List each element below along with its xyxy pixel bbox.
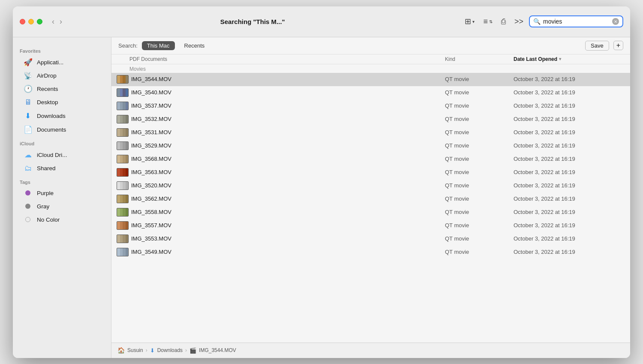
search-box[interactable]: 🔍 movies ✕ xyxy=(529,15,623,27)
sidebar-item-airdrop[interactable]: 📡 AirDrop xyxy=(16,69,108,82)
gray-tag-dot xyxy=(23,202,33,211)
file-name: IMG_3557.MOV xyxy=(131,222,445,229)
share-icon: ⎙ xyxy=(501,17,506,26)
share-button[interactable]: ⎙ xyxy=(500,16,507,27)
file-thumbnail xyxy=(117,195,129,203)
search-label: Search: xyxy=(118,42,138,49)
file-thumbnail xyxy=(117,88,129,97)
view-options-button[interactable]: ⊞ ▾ xyxy=(463,15,476,27)
file-kind: QT movie xyxy=(445,116,514,122)
table-row[interactable]: IMG_3520.MOVQT movieOctober 3, 2022 at 1… xyxy=(111,179,630,193)
list-icon: ≡ xyxy=(483,17,488,26)
file-date: October 3, 2022 at 16:19 xyxy=(514,182,625,189)
sidebar-item-downloads[interactable]: ⬇ Downloads xyxy=(16,109,108,123)
finder-window: ‹ › Searching "This M..." ⊞ ▾ ≡ ⇅ ⎙ >> 🔍… xyxy=(13,6,630,358)
scope-this-mac-button[interactable]: This Mac xyxy=(142,41,175,50)
status-folder: Downloads xyxy=(157,347,183,353)
sidebar-item-label: Documents xyxy=(37,126,66,133)
sidebar-item-no-color[interactable]: No Color xyxy=(16,214,108,226)
col-header-name[interactable]: PDF Documents xyxy=(117,56,445,62)
table-row[interactable]: IMG_3544.MOVQT movieOctober 3, 2022 at 1… xyxy=(111,73,630,86)
search-input[interactable]: movies xyxy=(543,18,610,25)
file-name: IMG_3531.MOV xyxy=(131,129,445,135)
file-date: October 3, 2022 at 16:19 xyxy=(514,116,625,122)
add-criteria-button[interactable]: + xyxy=(613,41,623,50)
applications-icon: 🚀 xyxy=(23,58,33,67)
sort-icon: ⇅ xyxy=(489,19,493,24)
tags-label: Tags xyxy=(13,175,111,187)
status-sep-1: › xyxy=(146,347,147,353)
save-button[interactable]: Save xyxy=(585,41,609,51)
toolbar-title: Searching "This M..." xyxy=(46,18,459,25)
section-header-movies: Movies xyxy=(111,64,630,73)
minimize-button[interactable] xyxy=(28,19,34,24)
col-header-kind[interactable]: Kind xyxy=(445,56,514,62)
file-kind: QT movie xyxy=(445,235,514,242)
col-header-date[interactable]: Date Last Opened ▾ xyxy=(514,56,625,62)
toolbar-icons: ⊞ ▾ ≡ ⇅ ⎙ >> xyxy=(463,15,525,27)
file-name: IMG_3558.MOV xyxy=(131,209,445,215)
sidebar: Favorites 🚀 Applicati... 📡 AirDrop 🕐 Rec… xyxy=(13,37,111,358)
file-name: IMG_3537.MOV xyxy=(131,102,445,109)
file-date: October 3, 2022 at 16:19 xyxy=(514,222,625,229)
file-kind: QT movie xyxy=(445,142,514,149)
sidebar-item-icloud-drive[interactable]: ☁ iCloud Dri... xyxy=(16,148,108,162)
more-button[interactable]: >> xyxy=(513,16,525,27)
file-date: October 3, 2022 at 16:19 xyxy=(514,169,625,175)
search-icon: 🔍 xyxy=(533,18,541,25)
documents-icon: 📄 xyxy=(23,125,33,134)
list-sort-button[interactable]: ≡ ⇅ xyxy=(482,16,494,27)
file-thumbnail xyxy=(117,248,129,256)
zoom-button[interactable] xyxy=(37,19,42,24)
icloud-icon: ☁ xyxy=(23,150,33,159)
table-row[interactable]: IMG_3531.MOVQT movieOctober 3, 2022 at 1… xyxy=(111,126,630,139)
file-date: October 3, 2022 at 16:19 xyxy=(514,235,625,242)
file-name: IMG_3520.MOV xyxy=(131,182,445,189)
table-row[interactable]: IMG_3557.MOVQT movieOctober 3, 2022 at 1… xyxy=(111,219,630,232)
sidebar-item-applications[interactable]: 🚀 Applicati... xyxy=(16,56,108,69)
file-thumbnail xyxy=(117,208,129,217)
file-kind: QT movie xyxy=(445,222,514,229)
table-row[interactable]: IMG_3553.MOVQT movieOctober 3, 2022 at 1… xyxy=(111,232,630,246)
file-list: IMG_3544.MOVQT movieOctober 3, 2022 at 1… xyxy=(111,73,630,343)
sidebar-item-label: Purple xyxy=(37,190,54,196)
table-row[interactable]: IMG_3540.MOVQT movieOctober 3, 2022 at 1… xyxy=(111,86,630,99)
table-row[interactable]: IMG_3558.MOVQT movieOctober 3, 2022 at 1… xyxy=(111,206,630,219)
sidebar-item-desktop[interactable]: 🖥 Desktop xyxy=(16,96,108,109)
file-date: October 3, 2022 at 16:19 xyxy=(514,89,625,96)
file-name: IMG_3563.MOV xyxy=(131,169,445,175)
sidebar-item-documents[interactable]: 📄 Documents xyxy=(16,123,108,136)
table-row[interactable]: IMG_3568.MOVQT movieOctober 3, 2022 at 1… xyxy=(111,153,630,166)
table-row[interactable]: IMG_3532.MOVQT movieOctober 3, 2022 at 1… xyxy=(111,113,630,126)
content-area: Search: This Mac Recents Save + PDF Docu… xyxy=(111,37,630,358)
sidebar-item-label: Downloads xyxy=(37,113,66,119)
file-name: IMG_3529.MOV xyxy=(131,142,445,149)
user-icon: 🏠 xyxy=(117,347,125,354)
table-row[interactable]: IMG_3549.MOVQT movieOctober 3, 2022 at 1… xyxy=(111,246,630,259)
sidebar-item-shared[interactable]: 🗂 Shared xyxy=(16,162,108,175)
table-row[interactable]: IMG_3562.MOVQT movieOctober 3, 2022 at 1… xyxy=(111,193,630,206)
file-name: IMG_3553.MOV xyxy=(131,235,445,242)
file-kind: QT movie xyxy=(445,89,514,96)
sidebar-item-label: No Color xyxy=(37,217,60,223)
sidebar-item-purple[interactable]: Purple xyxy=(16,187,108,200)
file-kind: QT movie xyxy=(445,249,514,255)
file-name: IMG_3549.MOV xyxy=(131,249,445,255)
sidebar-item-gray[interactable]: Gray xyxy=(16,200,108,213)
table-row[interactable]: IMG_3529.MOVQT movieOctober 3, 2022 at 1… xyxy=(111,139,630,153)
column-headers: PDF Documents Kind Date Last Opened ▾ xyxy=(111,54,630,64)
file-name: IMG_3532.MOV xyxy=(131,116,445,122)
file-kind: QT movie xyxy=(445,182,514,189)
sidebar-item-recents[interactable]: 🕐 Recents xyxy=(16,82,108,96)
downloads-status-icon: ⬇ xyxy=(150,347,155,354)
file-kind: QT movie xyxy=(445,169,514,175)
table-row[interactable]: IMG_3537.MOVQT movieOctober 3, 2022 at 1… xyxy=(111,99,630,113)
file-thumbnail xyxy=(117,181,129,190)
file-date: October 3, 2022 at 16:19 xyxy=(514,196,625,202)
table-row[interactable]: IMG_3563.MOVQT movieOctober 3, 2022 at 1… xyxy=(111,166,630,179)
scope-recents-button[interactable]: Recents xyxy=(179,41,210,50)
grid-icon: ⊞ xyxy=(465,17,471,26)
file-status-icon: 🎬 xyxy=(189,347,196,354)
close-button[interactable] xyxy=(20,19,25,24)
search-clear-button[interactable]: ✕ xyxy=(612,18,619,25)
